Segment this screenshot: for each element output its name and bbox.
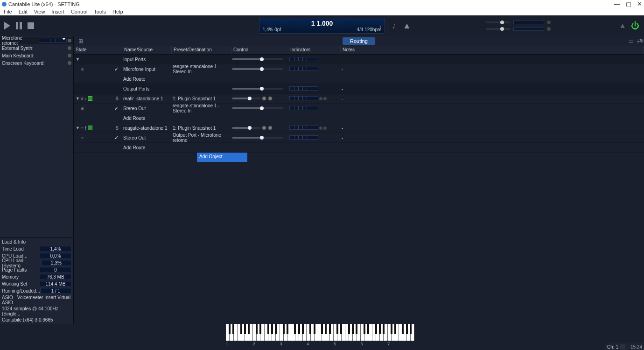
black-key[interactable] — [298, 324, 300, 334]
send-knob[interactable] — [268, 96, 273, 101]
black-key[interactable] — [406, 324, 408, 334]
table-row[interactable]: ≡✓Stereo OutOutput Port - Microfone reto… — [74, 133, 644, 143]
pause-button[interactable] — [16, 22, 22, 29]
close-button[interactable]: ✕ — [637, 1, 642, 7]
name-cell[interactable]: Add Route — [122, 116, 172, 121]
table-row[interactable]: ▼≡♪Sreafir_standalone 11: Plugin Snapsho… — [74, 94, 644, 104]
col-indicators[interactable]: Indicators — [288, 46, 341, 54]
table-row[interactable]: ≡✓Microfone Inputreagate-standalone 1 - … — [74, 64, 644, 74]
table-row[interactable]: ≡✓Stereo Outreagate-standalone 1 - Stere… — [74, 104, 644, 113]
black-key[interactable] — [248, 324, 250, 334]
table-row[interactable]: Output Ports- — [74, 84, 644, 94]
black-key[interactable] — [325, 324, 327, 334]
notes-cell[interactable]: - — [341, 67, 644, 72]
notes-cell[interactable]: - — [341, 106, 644, 111]
black-key[interactable] — [302, 324, 304, 334]
pan-knob[interactable] — [262, 96, 266, 101]
master-slider-1[interactable] — [485, 21, 511, 24]
name-cell[interactable]: Output Ports — [122, 86, 172, 91]
sidebar-port[interactable]: Main Keyboard: — [0, 52, 73, 59]
black-key[interactable] — [294, 324, 296, 334]
black-key[interactable] — [309, 324, 311, 334]
col-state[interactable]: State — [74, 46, 122, 54]
gain-slider[interactable] — [232, 58, 283, 60]
handle-icon[interactable]: ≡ — [81, 135, 84, 140]
stop-button[interactable] — [28, 22, 34, 29]
notes-cell[interactable]: - — [341, 135, 644, 140]
gain-slider[interactable] — [232, 68, 283, 70]
table-row[interactable]: ▼≡‡Sreagate-standalone 11: Plugin Snapsh… — [74, 123, 644, 133]
check-icon[interactable]: ✓ — [114, 135, 119, 141]
black-key[interactable] — [321, 324, 323, 334]
name-cell[interactable]: Add Route — [122, 145, 172, 150]
black-key[interactable] — [329, 324, 331, 334]
black-key[interactable] — [367, 324, 369, 334]
black-key[interactable] — [240, 324, 242, 334]
gain-slider[interactable] — [232, 88, 283, 90]
black-key[interactable] — [340, 324, 342, 334]
bypass-icon[interactable]: ‡ — [84, 126, 87, 131]
black-key[interactable] — [410, 324, 412, 334]
warning-icon[interactable]: ▲ — [619, 21, 626, 30]
check-icon[interactable]: ✓ — [114, 66, 119, 72]
menu-control[interactable]: Control — [71, 9, 87, 14]
active-indicator[interactable] — [88, 126, 92, 130]
transport-display[interactable]: 1 1.000 1,4% 0pf 4/4 120bpm ⌇ — [259, 18, 385, 34]
notes-cell[interactable]: - — [341, 86, 644, 91]
shuffle-icon[interactable]: ⇄ — [637, 38, 641, 44]
onscreen-keyboard[interactable] — [226, 324, 414, 341]
expand-icon[interactable]: ▼ — [76, 96, 80, 101]
black-key[interactable] — [375, 324, 377, 334]
gain-slider[interactable] — [232, 107, 283, 109]
sidebar-port[interactable]: Microfone retorno: — [0, 37, 73, 44]
pan-knob[interactable] — [262, 126, 266, 130]
power-icon[interactable]: ⏻ — [631, 21, 639, 31]
black-key[interactable] — [287, 324, 288, 334]
black-key[interactable] — [336, 324, 338, 334]
notes-cell[interactable]: - — [341, 57, 644, 62]
list-view-icon[interactable]: ☰ — [629, 38, 633, 44]
minimize-button[interactable]: — — [614, 1, 620, 7]
handle-icon[interactable]: ≡ — [81, 106, 84, 111]
black-key[interactable] — [256, 324, 258, 334]
black-key[interactable] — [383, 324, 385, 334]
table-row[interactable]: Add Route — [74, 143, 644, 153]
black-key[interactable] — [275, 324, 277, 334]
black-key[interactable] — [348, 324, 350, 334]
name-cell[interactable]: Add Route — [122, 77, 172, 82]
add-object-button[interactable]: Add Object — [197, 153, 247, 162]
handle-icon[interactable]: ≡ — [81, 126, 84, 131]
expand-icon[interactable]: ▼ — [76, 126, 80, 130]
black-key[interactable] — [267, 324, 269, 334]
menu-file[interactable]: File — [4, 9, 12, 14]
name-cell[interactable]: Stereo Out — [122, 135, 172, 140]
name-cell[interactable]: Input Ports — [122, 57, 172, 62]
preset-cell[interactable]: reagate-standalone 1 - Stereo In — [172, 103, 231, 113]
active-indicator[interactable] — [88, 96, 92, 101]
black-key[interactable] — [402, 324, 404, 334]
solo-button[interactable]: S — [115, 126, 119, 131]
note-icon[interactable]: ♪ — [392, 21, 396, 31]
tab-routing[interactable]: Routing — [343, 37, 375, 45]
check-icon[interactable]: ✓ — [114, 105, 119, 112]
col-control[interactable]: Control — [231, 46, 288, 54]
preset-cell[interactable]: Output Port - Microfone retorno — [172, 133, 231, 143]
black-key[interactable] — [283, 324, 285, 334]
table-row[interactable]: ▼Input Ports- — [74, 55, 644, 64]
handle-icon[interactable]: ≡ — [81, 67, 84, 72]
preset-cell[interactable]: 1: Plugin Snapshot 1 — [172, 126, 231, 131]
menu-edit[interactable]: Edit — [19, 9, 28, 14]
channel-label[interactable]: Ch: 1 — [607, 344, 618, 350]
master-slider-2[interactable] — [485, 28, 511, 30]
black-key[interactable] — [379, 324, 381, 334]
black-key[interactable] — [259, 324, 261, 334]
gain-slider[interactable] — [232, 137, 283, 139]
preset-cell[interactable]: reagate-standalone 1 - Stereo In — [172, 64, 231, 74]
menu-insert[interactable]: Insert — [51, 9, 64, 14]
send-knob[interactable] — [268, 126, 273, 130]
black-key[interactable] — [356, 324, 357, 334]
menu-view[interactable]: View — [34, 9, 45, 14]
metronome-icon[interactable]: ▲ — [403, 21, 411, 31]
black-key[interactable] — [394, 324, 396, 334]
menu-help[interactable]: Help — [112, 9, 123, 14]
